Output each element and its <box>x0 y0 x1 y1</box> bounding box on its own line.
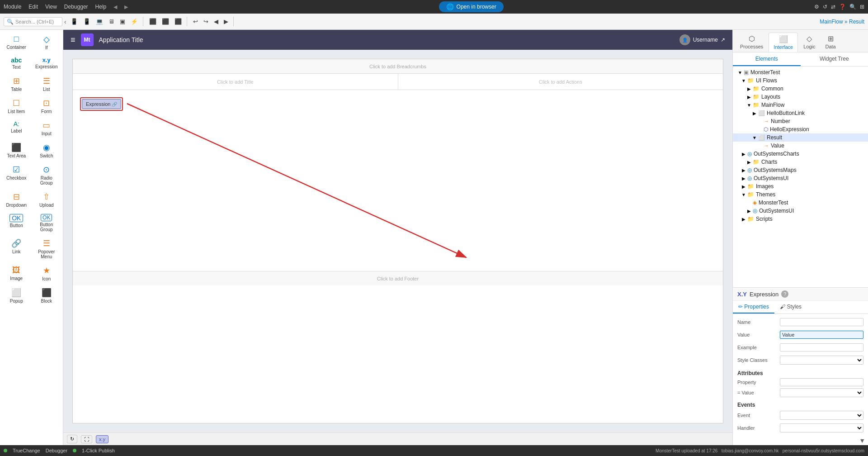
menu-debugger[interactable]: Debugger <box>64 4 88 10</box>
widget-text[interactable]: abc Text <box>2 54 31 72</box>
align-left-button[interactable]: ⬛ <box>147 17 159 26</box>
result-toggle[interactable]: ▼ <box>752 135 757 140</box>
widget-button[interactable]: OK Button <box>2 211 31 235</box>
align-center-button[interactable]: ⬛ <box>160 17 171 26</box>
tree-mainflow[interactable]: ▼ 📁 MainFlow <box>733 101 868 109</box>
page-frame[interactable]: Click to add Breadcrumbs Click to add Ti… <box>72 59 723 423</box>
widget-upload[interactable]: ⇧ Upload <box>32 189 61 210</box>
tree-charts[interactable]: ▶ 📁 Charts <box>733 158 868 166</box>
mainflow-toggle[interactable]: ▼ <box>746 103 752 108</box>
canvas-body[interactable]: Expression 🔗 <box>73 90 723 271</box>
widget-if[interactable]: ◇ If <box>32 32 61 53</box>
tab-elements[interactable]: Elements <box>733 52 801 66</box>
tree-root[interactable]: ▼ ▣ MonsterTest <box>733 68 868 76</box>
tab-logic[interactable]: ◇ Logic <box>799 33 820 52</box>
grid-icon[interactable]: ⚡ <box>128 17 140 26</box>
menu-module[interactable]: Module <box>4 4 21 10</box>
widget-checkbox[interactable]: ☑ Checkbox <box>2 162 31 188</box>
nav-back[interactable]: ◀ <box>113 4 117 10</box>
debugger-label[interactable]: Debugger <box>46 448 67 453</box>
actions-placeholder[interactable]: Click to add Actions <box>398 74 723 90</box>
zoom-icon[interactable]: ⊞ <box>860 4 864 10</box>
tab-processes[interactable]: ⬡ Processes <box>736 33 768 52</box>
help-icon[interactable]: ❓ <box>839 4 846 10</box>
align-right-button[interactable]: ⬛ <box>172 17 184 26</box>
widget-container[interactable]: □ Container <box>2 32 31 53</box>
refresh-icon[interactable]: ↺ <box>823 4 827 10</box>
widget-textarea[interactable]: ⬛ Text Area <box>2 140 31 161</box>
tablet-icon[interactable]: 📱 <box>81 17 93 26</box>
canvas-expression-button[interactable]: x.y <box>96 435 108 443</box>
collapse-left-button[interactable]: ‹ <box>64 18 66 25</box>
search-bar[interactable]: 🔍 Search... (Ctrl+E) <box>4 17 62 26</box>
search-icon[interactable]: 🔍 <box>849 4 856 10</box>
prop-event-select[interactable] <box>780 411 863 420</box>
outsystemsui-toggle[interactable]: ▶ <box>741 176 746 181</box>
props-tab-properties[interactable]: ✏ Properties <box>733 301 774 314</box>
monitor-icon[interactable]: 🖥 <box>106 17 117 26</box>
widget-button-group[interactable]: OK Button Group <box>32 211 61 235</box>
widget-popup[interactable]: ⬜ Popup <box>2 285 31 306</box>
tree-result[interactable]: ▼ ⬜ Result <box>733 133 868 142</box>
open-browser-button[interactable]: 🌐 Open in browser <box>439 1 504 12</box>
widget-link[interactable]: 🔗 Link <box>2 236 31 262</box>
widget-image[interactable]: 🖼 Image <box>2 263 31 284</box>
widget-list[interactable]: ☰ List <box>32 73 61 95</box>
scripts-toggle[interactable]: ▶ <box>741 217 746 222</box>
tab-interface[interactable]: ⬜ Interface <box>769 33 798 52</box>
tree-outsystemsui-theme[interactable]: ▶ ◎ OutSystemsUI <box>733 207 868 215</box>
widget-icon-widget[interactable]: ★ Icon <box>32 263 61 284</box>
tree-value[interactable]: → Value <box>733 142 868 150</box>
widget-form[interactable]: ⊡ Form <box>32 95 61 117</box>
canvas-refresh-button[interactable]: ↻ <box>67 435 77 443</box>
expression-selected-widget[interactable]: Expression 🔗 <box>82 99 121 109</box>
tab-data[interactable]: ⊞ Data <box>821 33 840 52</box>
title-placeholder[interactable]: Click to add Title <box>73 74 398 90</box>
tree-number[interactable]: → Number <box>733 117 868 125</box>
widget-block[interactable]: ⬛ Block <box>32 285 61 306</box>
breadcrumb-mainflow[interactable]: MainFlow <box>820 19 843 25</box>
widget-label[interactable]: A: Label <box>2 118 31 139</box>
themes-toggle[interactable]: ▼ <box>741 192 746 197</box>
widget-expression[interactable]: x.y Expression <box>32 54 61 72</box>
breadcrumb-bar[interactable]: Click to add Breadcrumbs <box>73 59 723 74</box>
widget-input[interactable]: ▭ Input <box>32 118 61 139</box>
tree-root-toggle[interactable]: ▼ <box>737 70 743 75</box>
layouts-toggle[interactable]: ▶ <box>746 95 752 100</box>
prop-style-classes-select[interactable] <box>780 356 863 365</box>
logout-icon[interactable]: ↗ <box>721 37 725 43</box>
tree-common[interactable]: ▶ 📁 Common <box>733 85 868 93</box>
ui-flows-toggle[interactable]: ▼ <box>741 78 746 83</box>
tree-scripts[interactable]: ▶ 📁 Scripts <box>733 215 868 223</box>
tree-helloexpression[interactable]: ⬡ HelloExpression <box>733 125 868 133</box>
tree-ui-flows[interactable]: ▼ 📁 UI Flows <box>733 76 868 85</box>
tree-images[interactable]: ▶ 📁 Images <box>733 182 868 190</box>
forward-button[interactable]: ▶ <box>222 17 231 26</box>
outsystemscharts-toggle[interactable]: ▶ <box>741 152 746 157</box>
widget-dropdown[interactable]: ⊟ Dropdown <box>2 189 31 210</box>
prop-handler-select[interactable] <box>780 423 863 432</box>
charts-toggle[interactable]: ▶ <box>746 160 752 165</box>
settings-icon[interactable]: ⚙ <box>814 4 819 10</box>
common-toggle[interactable]: ▶ <box>746 86 752 91</box>
mobile-icon[interactable]: 📱 <box>68 17 80 26</box>
menu-help[interactable]: Help <box>95 4 107 10</box>
images-toggle[interactable]: ▶ <box>741 184 746 189</box>
nav-arrows-icon[interactable]: ⇄ <box>831 4 835 10</box>
preview-icon[interactable]: ▣ <box>118 17 127 26</box>
tree-monstertest-theme[interactable]: ◈ MonsterTest <box>733 199 868 207</box>
redo-button[interactable]: ↪ <box>201 17 211 26</box>
tree-outsystemsmaps[interactable]: ▶ ◎ OutSystemsMaps <box>733 166 868 174</box>
tree-outsystemscharts[interactable]: ▶ ◎ OutSystemsCharts <box>733 150 868 158</box>
tree-outsystemsui[interactable]: ▶ ◎ OutSystemsUI <box>733 174 868 182</box>
hamburger-icon[interactable]: ≡ <box>71 35 75 45</box>
back-button[interactable]: ◀ <box>212 17 221 26</box>
truechange-label[interactable]: TrueChange <box>13 448 40 453</box>
nav-forward[interactable]: ▶ <box>124 4 128 10</box>
prop-value-input[interactable] <box>780 331 863 339</box>
menu-view[interactable]: View <box>45 4 57 10</box>
widget-table[interactable]: ⊞ Table <box>2 73 31 95</box>
hellobuttonlink-toggle[interactable]: ▶ <box>752 111 757 116</box>
menu-edit[interactable]: Edit <box>28 4 38 10</box>
tab-widget-tree[interactable]: Widget Tree <box>801 52 868 66</box>
